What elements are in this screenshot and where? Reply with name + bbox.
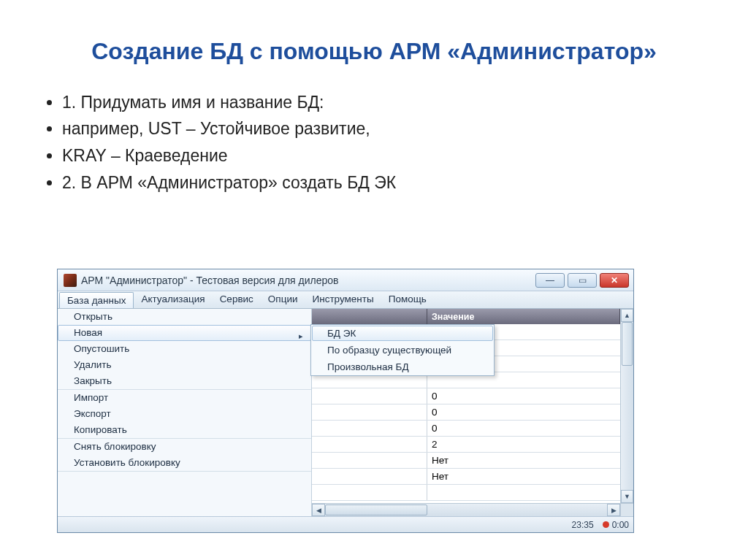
submenu-new: БД ЭК По образцу существующей Произвольн… [310, 324, 495, 376]
minimize-button[interactable]: — [535, 273, 565, 288]
menu-actualization[interactable]: Актуализация [134, 291, 212, 308]
menubar: База данных Актуализация Сервис Опции Ин… [58, 291, 633, 309]
bullet-item: KRAY – Краеведение [62, 142, 704, 169]
database-menu-dropdown: Открыть Новая ▸ Опустошить Удалить Закры… [58, 309, 312, 516]
grid-cell [427, 485, 620, 500]
grid-cell: Нет [427, 469, 620, 484]
submenu-item-by-template[interactable]: По образцу существующей [311, 342, 494, 358]
slide-bullets: 1. Придумать имя и название БД: например… [44, 89, 704, 196]
submenu-item-arbitrary[interactable]: Произвольная БД [311, 358, 494, 375]
bullet-item: 2. В АРМ «Администратор» создать БД ЭК [62, 169, 704, 196]
maximize-button[interactable]: ▭ [568, 273, 597, 288]
menu-item-close[interactable]: Закрыть [58, 373, 311, 389]
menu-service[interactable]: Сервис [213, 291, 261, 308]
app-window: АРМ "Администратор" - Тестовая версия дл… [57, 269, 634, 533]
slide-title: Создание БД с помощью АРМ «Администратор… [44, 37, 704, 67]
scroll-right-button[interactable]: ▶ [607, 504, 620, 516]
menu-item-new[interactable]: Новая ▸ [58, 325, 311, 341]
menu-item-import[interactable]: Импорт [58, 390, 311, 406]
menu-item-lock[interactable]: Установить блокировку [58, 455, 311, 471]
scroll-up-button[interactable]: ▲ [621, 309, 633, 322]
menu-item-empty[interactable]: Опустошить [58, 341, 311, 357]
menu-item-copy[interactable]: Копировать [58, 422, 311, 438]
scroll-thumb[interactable] [325, 505, 427, 515]
scroll-left-button[interactable]: ◀ [312, 504, 325, 516]
statusbar: 23:35 0:00 [58, 516, 633, 532]
grid-cell: 0 [427, 421, 620, 436]
menu-item-label: Новая [74, 327, 102, 338]
menu-help[interactable]: Помощь [381, 291, 434, 308]
bullet-item: 1. Придумать имя и название БД: [62, 89, 704, 116]
menu-database[interactable]: База данных [59, 292, 134, 308]
horizontal-scrollbar[interactable]: ◀ ▶ [312, 503, 620, 516]
submenu-item-db-ek[interactable]: БД ЭК [312, 326, 493, 341]
menu-options[interactable]: Опции [261, 291, 305, 308]
grid-cell: 0 [427, 388, 620, 404]
scroll-down-button[interactable]: ▼ [621, 490, 633, 503]
vertical-scrollbar[interactable]: ▲ ▼ [620, 309, 633, 503]
menu-tools[interactable]: Инструменты [305, 291, 381, 308]
grid-header-value: Значение [427, 309, 620, 324]
scroll-thumb[interactable] [622, 322, 633, 366]
scroll-track[interactable] [325, 504, 607, 516]
status-time: 23:35 [572, 520, 594, 530]
scroll-corner [620, 503, 633, 516]
app-icon [64, 274, 77, 287]
close-button[interactable]: ✕ [600, 273, 629, 288]
menu-item-delete[interactable]: Удалить [58, 357, 311, 373]
grid-cell: 0 [427, 404, 620, 420]
status-rec: 0:00 [612, 520, 629, 530]
grid-cell: 2 [427, 437, 620, 452]
grid-header-spacer [312, 309, 427, 324]
scroll-track[interactable] [621, 322, 633, 490]
grid-cell: Нет [427, 453, 620, 468]
menu-item-open[interactable]: Открыть [58, 309, 311, 325]
menu-item-export[interactable]: Экспорт [58, 406, 311, 422]
window-title: АРМ "Администратор" - Тестовая версия дл… [81, 275, 535, 286]
record-icon [603, 521, 609, 528]
menu-item-unlock[interactable]: Снять блокировку [58, 439, 311, 455]
titlebar[interactable]: АРМ "Администратор" - Тестовая версия дл… [58, 269, 633, 291]
bullet-item: например, UST – Устойчивое развитие, [62, 115, 704, 142]
